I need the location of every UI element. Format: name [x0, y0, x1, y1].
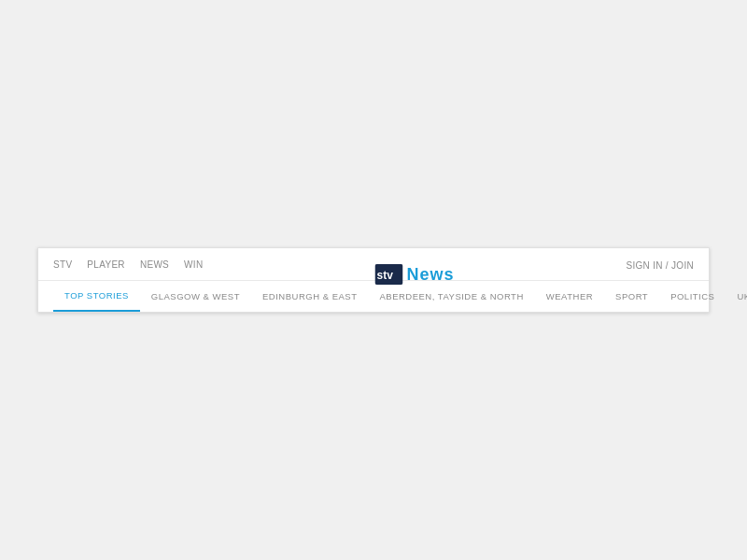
- top-bar: STV PLAYER NEWS WIN stv News SIGN IN / J…: [38, 248, 709, 281]
- subnav-weather[interactable]: WEATHER: [535, 282, 604, 311]
- news-link[interactable]: NEWS: [140, 259, 169, 270]
- sub-navigation: TOP STORIES GLASGOW & WEST EDINBURGH & E…: [38, 281, 709, 312]
- win-link[interactable]: WIN: [184, 259, 203, 270]
- player-link[interactable]: PLAYER: [87, 259, 125, 270]
- subnav-uk[interactable]: UK: [726, 282, 747, 311]
- subnav-glasgow-west[interactable]: GLASGOW & WEST: [140, 282, 251, 311]
- top-bar-links: STV PLAYER NEWS WIN: [53, 259, 203, 270]
- subnav-sport[interactable]: SPORT: [604, 282, 659, 311]
- subnav-politics[interactable]: POLITICS: [659, 282, 726, 311]
- stv-icon: stv: [374, 264, 402, 285]
- subnav-edinburgh-east[interactable]: EDINBURGH & EAST: [251, 282, 368, 311]
- sign-in-area: SIGN IN / JOIN: [626, 256, 694, 273]
- subnav-top-stories[interactable]: TOP STORIES: [53, 281, 140, 312]
- stv-link[interactable]: STV: [53, 259, 72, 270]
- site-logo[interactable]: stv News: [374, 264, 454, 285]
- news-logo-text: News: [406, 265, 454, 285]
- navigation-bar: STV PLAYER NEWS WIN stv News SIGN IN / J…: [37, 247, 710, 313]
- svg-text:stv: stv: [376, 269, 393, 282]
- subnav-aberdeen[interactable]: ABERDEEN, TAYSIDE & NORTH: [368, 282, 534, 311]
- sign-in-link[interactable]: SIGN IN / JOIN: [626, 260, 694, 271]
